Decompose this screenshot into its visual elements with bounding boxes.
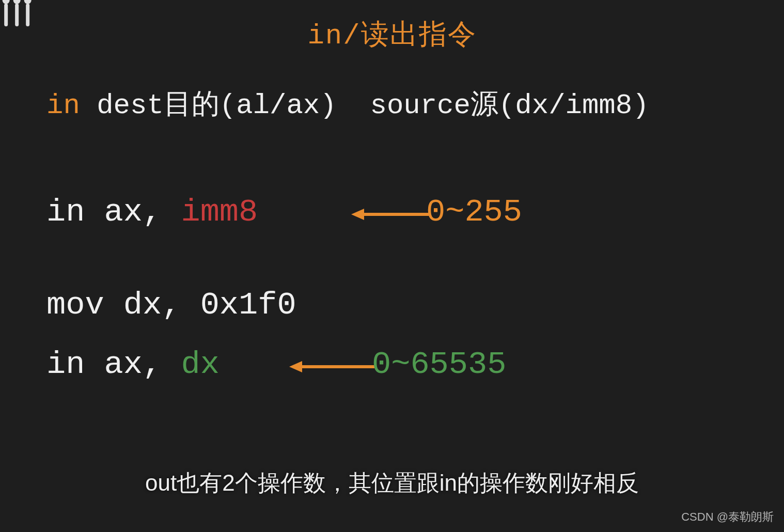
arrow-left-icon	[287, 354, 377, 380]
example-2-range: 0~65535	[372, 346, 506, 383]
svg-marker-9	[289, 361, 302, 372]
example-2-prefix: in ax,	[46, 346, 181, 383]
example-1: in ax, imm8	[46, 194, 258, 230]
slide-stage: in/读出指令 in dest目的(al/ax) source源(dx/imm8…	[0, 0, 784, 532]
slide-title: in/读出指令	[0, 15, 784, 53]
csdn-watermark: CSDN @泰勒朗斯	[681, 509, 774, 525]
example-1-range: 0~255	[426, 194, 522, 230]
example-1-prefix: in ax,	[46, 194, 181, 230]
syntax-keyword: in	[46, 90, 80, 121]
svg-point-5	[26, 0, 29, 2]
svg-point-3	[4, 0, 8, 2]
example-2: in ax, dx	[46, 346, 219, 383]
syntax-line: in dest目的(al/ax) source源(dx/imm8)	[46, 85, 649, 123]
syntax-rest: dest目的(al/ax) source源(dx/imm8)	[80, 90, 649, 121]
svg-marker-7	[351, 209, 364, 220]
svg-point-4	[15, 0, 19, 2]
example-1-operand: imm8	[181, 194, 258, 230]
mov-line: mov dx, 0x1f0	[46, 287, 296, 323]
video-subtitle: out也有2个操作数，其位置跟in的操作数刚好相反	[0, 468, 784, 498]
arrow-left-icon	[349, 201, 431, 227]
example-2-operand: dx	[181, 346, 219, 383]
